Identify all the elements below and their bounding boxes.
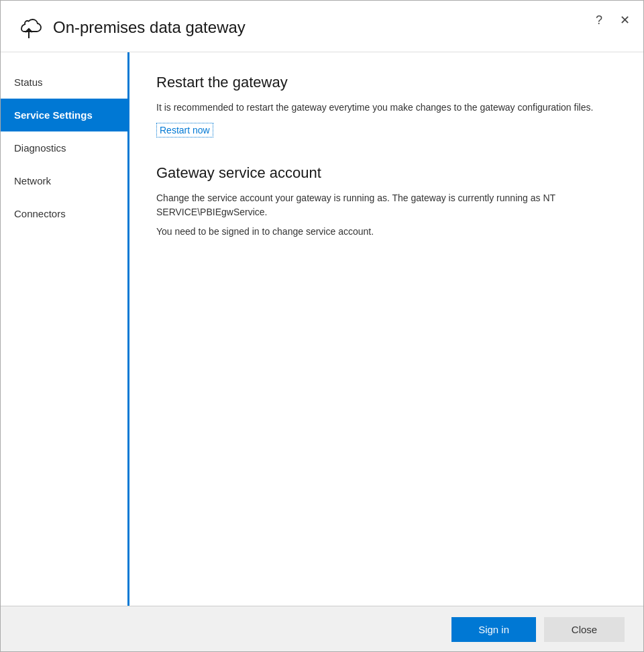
close-window-button[interactable]: ✕ [616, 11, 634, 29]
sidebar-item-service-settings[interactable]: Service Settings [1, 99, 127, 131]
service-account-description: Change the service account your gateway … [156, 191, 612, 219]
sidebar-item-network[interactable]: Network [1, 164, 127, 197]
main-layout: Status Service Settings Diagnostics Netw… [1, 52, 644, 650]
close-button[interactable]: Close [544, 617, 625, 642]
app-wrapper: On-premises data gateway ? ✕ Status Serv… [1, 1, 644, 652]
app-title: On-premises data gateway [53, 18, 246, 37]
service-account-section: Gateway service account Change the servi… [156, 164, 618, 237]
sidebar-item-connectors[interactable]: Connectors [1, 197, 127, 230]
sidebar: Status Service Settings Diagnostics Netw… [1, 52, 129, 650]
signed-out-note: You need to be signed in to change servi… [156, 226, 618, 237]
cloud-upload-icon [14, 13, 44, 42]
title-bar: On-premises data gateway ? ✕ [1, 1, 644, 52]
title-bar-controls: ? ✕ [592, 11, 634, 29]
service-account-title: Gateway service account [156, 164, 618, 182]
sidebar-item-diagnostics[interactable]: Diagnostics [1, 131, 127, 164]
restart-section: Restart the gateway It is recommended to… [156, 74, 618, 158]
sidebar-item-status[interactable]: Status [1, 66, 127, 99]
footer: Sign in Close [1, 606, 644, 652]
sign-in-button[interactable]: Sign in [451, 617, 536, 642]
restart-description: It is recommended to restart the gateway… [156, 101, 612, 115]
help-button[interactable]: ? [592, 11, 606, 29]
restart-now-link[interactable]: Restart now [156, 123, 213, 138]
restart-title: Restart the gateway [156, 74, 618, 91]
content-area: Restart the gateway It is recommended to… [129, 52, 644, 650]
